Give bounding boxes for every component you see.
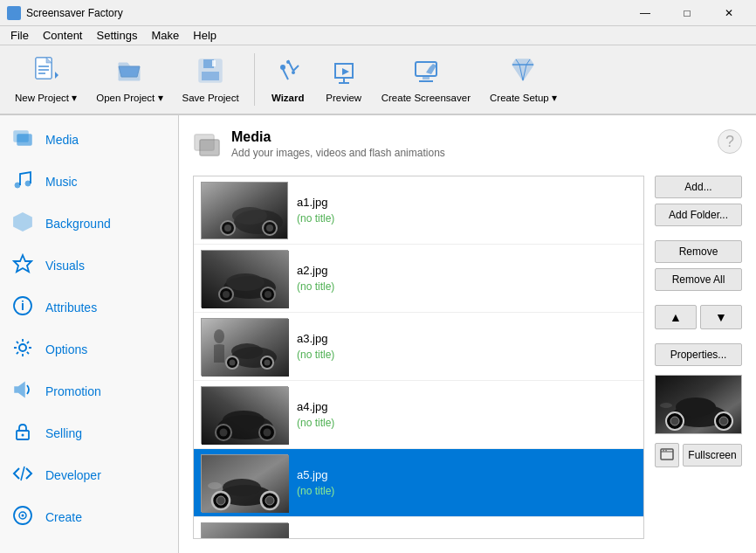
close-button[interactable]: ✕ <box>709 0 749 26</box>
svg-point-82 <box>719 417 728 425</box>
create-icon <box>10 505 35 530</box>
menu-content[interactable]: Content <box>36 27 90 44</box>
svg-point-64 <box>220 428 228 436</box>
selling-icon <box>10 421 35 446</box>
preview-label: Preview <box>326 93 361 103</box>
svg-point-15 <box>292 71 295 74</box>
media-filename: a6.jpg <box>297 536 334 539</box>
thumbnail <box>201 318 288 376</box>
svg-point-29 <box>19 344 26 351</box>
content-area: Media Add your images, videos and flash … <box>179 115 756 553</box>
minimize-button[interactable]: — <box>625 0 665 26</box>
svg-point-83 <box>660 403 672 408</box>
sidebar-item-visuals[interactable]: Visuals <box>0 245 178 287</box>
wizard-icon <box>274 57 302 89</box>
svg-rect-23 <box>17 135 31 145</box>
sidebar-item-music[interactable]: Music <box>0 161 178 203</box>
music-icon <box>10 169 35 195</box>
background-icon <box>10 211 35 237</box>
sidebar-label-attributes: Attributes <box>45 301 97 315</box>
svg-point-44 <box>266 225 273 232</box>
sidebar-item-promotion[interactable]: Promotion <box>0 370 178 412</box>
sidebar-item-media[interactable]: Media <box>0 119 178 161</box>
table-row[interactable]: a6.jpg (no title) <box>194 517 643 539</box>
wizard-label: Wizard <box>271 93 305 103</box>
media-item-info: a3.jpg (no title) <box>297 332 334 361</box>
svg-point-74 <box>208 482 222 489</box>
new-project-button[interactable]: New Project ▾ <box>7 49 85 110</box>
save-project-icon <box>196 57 224 89</box>
table-row[interactable]: a3.jpg (no title) <box>194 313 643 381</box>
menu-file[interactable]: File <box>3 27 36 44</box>
create-setup-button[interactable]: Create Setup ▾ <box>482 49 565 110</box>
create-screensaver-label: Create Screensaver <box>381 93 471 103</box>
properties-button[interactable]: Properties... <box>655 343 742 366</box>
svg-point-80 <box>670 417 679 425</box>
fullscreen-row: Fullscreen <box>655 443 742 467</box>
sidebar-item-selling[interactable]: Selling <box>0 412 178 454</box>
sidebar-item-developer[interactable]: Developer <box>0 454 178 496</box>
fullscreen-icon-button[interactable] <box>655 443 679 467</box>
svg-point-25 <box>25 181 31 186</box>
save-project-button[interactable]: Save Project <box>175 49 247 110</box>
create-screensaver-button[interactable]: Create Screensaver <box>374 49 478 110</box>
svg-line-12 <box>293 66 299 71</box>
svg-point-54 <box>231 343 263 359</box>
wizard-button[interactable]: Wizard <box>262 49 314 110</box>
media-item-info: a5.jpg (no title) <box>297 468 334 497</box>
help-button[interactable]: ? <box>718 129 742 154</box>
maximize-button[interactable]: □ <box>667 0 707 26</box>
open-project-button[interactable]: Open Project ▾ <box>88 49 170 110</box>
svg-point-14 <box>280 65 285 70</box>
svg-rect-9 <box>202 72 219 80</box>
table-row[interactable]: a5.jpg (no title) <box>194 449 643 517</box>
svg-point-58 <box>265 359 271 365</box>
svg-rect-86 <box>663 450 664 452</box>
move-down-button[interactable]: ▼ <box>700 305 742 329</box>
menu-help[interactable]: Help <box>186 27 223 44</box>
svg-point-49 <box>223 291 230 298</box>
svg-point-78 <box>676 397 716 417</box>
media-title: (no title) <box>297 280 334 293</box>
remove-button[interactable]: Remove <box>655 240 742 263</box>
sidebar-label-create: Create <box>45 510 82 524</box>
create-screensaver-icon <box>412 57 440 89</box>
main-layout: Media Music Background <box>0 115 756 553</box>
move-up-button[interactable]: ▲ <box>655 305 697 329</box>
svg-text:i: i <box>21 299 24 313</box>
save-project-label: Save Project <box>182 93 239 103</box>
sidebar-item-options[interactable]: Options <box>0 328 178 370</box>
svg-point-31 <box>22 433 24 436</box>
thumbnail <box>201 250 288 308</box>
arrow-row: ▲ ▼ <box>655 305 742 329</box>
menu-make[interactable]: Make <box>144 27 186 44</box>
table-row[interactable]: a1.jpg (no title) <box>194 176 643 245</box>
sidebar-item-background[interactable]: Background <box>0 203 178 245</box>
table-row[interactable]: a4.jpg (no title) <box>194 381 643 449</box>
svg-point-24 <box>15 183 20 188</box>
preview-thumbnail <box>655 375 742 434</box>
add-button[interactable]: Add... <box>655 176 742 198</box>
sidebar-label-options: Options <box>45 342 87 356</box>
toolbar: New Project ▾ Open Project ▾ Save Projec… <box>0 45 756 115</box>
add-folder-button[interactable]: Add Folder... <box>655 204 742 226</box>
table-row[interactable]: a2.jpg (no title) <box>194 245 643 313</box>
titlebar-buttons: — □ ✕ <box>625 0 749 26</box>
svg-rect-37 <box>200 140 219 156</box>
new-project-label: New Project ▾ <box>15 92 77 104</box>
remove-all-button[interactable]: Remove All <box>655 268 742 291</box>
content-header-text: Media Add your images, videos and flash … <box>231 129 445 159</box>
preview-button[interactable]: Preview <box>318 49 370 110</box>
menu-settings[interactable]: Settings <box>90 27 145 44</box>
fullscreen-button[interactable]: Fullscreen <box>683 444 742 467</box>
svg-point-69 <box>223 479 261 496</box>
sidebar-label-selling: Selling <box>45 426 82 440</box>
promotion-icon <box>10 379 35 404</box>
separator-1 <box>254 53 255 106</box>
media-item-info: a6.jpg (no title) <box>297 536 334 539</box>
sidebar-item-create[interactable]: Create <box>0 496 178 538</box>
sidebar-item-attributes[interactable]: i Attributes <box>0 287 178 328</box>
svg-point-71 <box>216 496 225 505</box>
sidebar: Media Music Background <box>0 115 179 553</box>
media-item-info: a2.jpg (no title) <box>297 264 334 293</box>
